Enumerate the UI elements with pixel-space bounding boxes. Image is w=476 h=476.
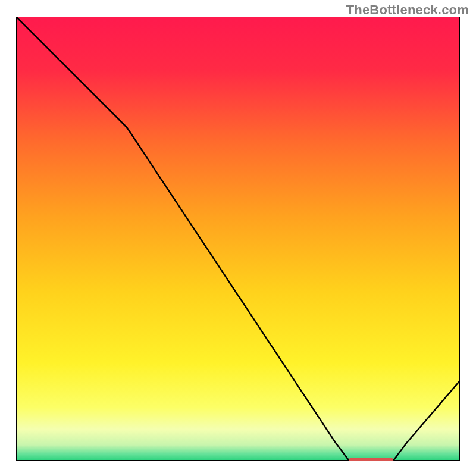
plot-area xyxy=(16,17,460,461)
chart-container: TheBottleneck.com xyxy=(0,0,476,476)
chart-svg xyxy=(16,17,460,461)
attribution-label: TheBottleneck.com xyxy=(346,2,469,18)
highlight-segment xyxy=(349,458,394,461)
